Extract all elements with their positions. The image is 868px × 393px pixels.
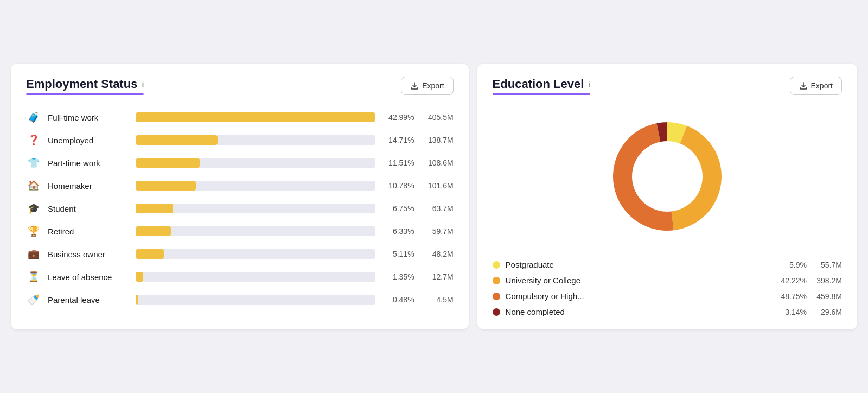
stat-val-8: 4.5M xyxy=(421,295,454,304)
status-label-7: Leave of absence xyxy=(48,272,129,282)
status-label-5: Retired xyxy=(48,227,129,236)
bar-container-2 xyxy=(136,158,375,168)
employment-title-group: Employment Status i xyxy=(26,77,144,95)
status-row: 💼 Business owner 5.11% 48.2M xyxy=(26,243,454,265)
bar-container-4 xyxy=(136,204,375,213)
bar-fill-6 xyxy=(136,249,164,259)
legend-item-2: Compulsory or High... 48.75% 459.8M xyxy=(493,291,842,301)
stat-val-4: 63.7M xyxy=(421,204,454,213)
employment-underline xyxy=(26,93,144,95)
education-level-card: Education Level i Export Postgraduate 5.… xyxy=(477,64,857,329)
status-label-0: Full-time work xyxy=(48,113,129,122)
status-icon-4: 🎓 xyxy=(26,202,41,214)
status-label-1: Unemployed xyxy=(48,136,129,145)
legend-dot-0 xyxy=(493,261,500,269)
stat-val-7: 12.7M xyxy=(421,272,454,281)
legend-pct-3: 3.14% xyxy=(777,308,807,316)
legend-item-0: Postgraduate 5.9% 55.7M xyxy=(493,260,842,269)
status-row: 🍼 Parental leave 0.48% 4.5M xyxy=(26,288,454,311)
dashboard: Employment Status i Export 🧳 Full-time w… xyxy=(11,64,857,329)
status-label-8: Parental leave xyxy=(48,295,129,305)
status-row: 🧳 Full-time work 42.99% 405.5M xyxy=(26,106,454,129)
legend-dot-2 xyxy=(493,293,500,300)
education-legend: Postgraduate 5.9% 55.7M University or Co… xyxy=(493,260,842,316)
export-icon-edu xyxy=(799,81,808,90)
legend-val-2: 459.8M xyxy=(812,292,842,301)
legend-val-3: 29.6M xyxy=(812,308,842,316)
legend-val-0: 55.7M xyxy=(812,261,842,269)
status-row: 🏠 Homemaker 10.78% 101.6M xyxy=(26,174,454,197)
stat-val-1: 138.7M xyxy=(421,136,454,144)
status-label-3: Homemaker xyxy=(48,181,129,191)
bar-fill-0 xyxy=(136,112,375,122)
stat-pct-5: 6.33% xyxy=(382,227,414,236)
bar-container-5 xyxy=(136,226,375,236)
status-label-6: Business owner xyxy=(48,250,129,259)
education-export-button[interactable]: Export xyxy=(790,77,842,95)
bar-fill-7 xyxy=(136,272,143,282)
status-icon-0: 🧳 xyxy=(26,111,41,123)
stat-val-0: 405.5M xyxy=(421,113,454,122)
employment-info-icon[interactable]: i xyxy=(142,80,144,88)
education-header: Education Level i Export xyxy=(493,77,842,95)
legend-dot-1 xyxy=(493,277,500,284)
donut-chart-container xyxy=(493,106,842,247)
bar-fill-3 xyxy=(136,181,196,191)
status-row: 👕 Part-time work 11.51% 108.6M xyxy=(26,151,454,174)
status-icon-6: 💼 xyxy=(26,248,41,260)
status-label-4: Student xyxy=(48,204,129,213)
bar-container-3 xyxy=(136,181,375,191)
bar-fill-1 xyxy=(136,135,218,145)
legend-item-1: University or College 42.22% 398.2M xyxy=(493,276,842,285)
legend-pct-1: 42.22% xyxy=(777,276,807,285)
education-info-icon[interactable]: i xyxy=(588,80,590,88)
legend-label-2: Compulsory or High... xyxy=(506,291,771,301)
stat-pct-0: 42.99% xyxy=(382,113,414,122)
education-title: Education Level i xyxy=(493,77,591,91)
bar-fill-5 xyxy=(136,226,171,236)
legend-label-3: None completed xyxy=(506,307,771,316)
employment-status-list: 🧳 Full-time work 42.99% 405.5M ❓ Unemplo… xyxy=(26,106,454,311)
stat-pct-7: 1.35% xyxy=(382,272,414,281)
employment-export-button[interactable]: Export xyxy=(401,77,453,95)
employment-title-text: Employment Status xyxy=(26,77,137,91)
employment-status-card: Employment Status i Export 🧳 Full-time w… xyxy=(11,64,469,329)
status-row: 🏆 Retired 6.33% 59.7M xyxy=(26,220,454,243)
stat-pct-2: 11.51% xyxy=(382,159,414,167)
status-icon-2: 👕 xyxy=(26,157,41,169)
export-icon xyxy=(410,81,419,90)
status-row: ⏳ Leave of absence 1.35% 12.7M xyxy=(26,265,454,288)
legend-val-1: 398.2M xyxy=(812,276,842,285)
stat-pct-4: 6.75% xyxy=(382,204,414,213)
legend-dot-3 xyxy=(493,308,500,316)
stat-val-5: 59.7M xyxy=(421,227,454,236)
stat-val-6: 48.2M xyxy=(421,250,454,258)
legend-label-1: University or College xyxy=(506,276,771,285)
stat-pct-8: 0.48% xyxy=(382,295,414,304)
legend-item-3: None completed 3.14% 29.6M xyxy=(493,307,842,316)
bar-fill-4 xyxy=(136,204,173,213)
bar-container-6 xyxy=(136,249,375,259)
bar-container-8 xyxy=(136,295,375,305)
status-icon-8: 🍼 xyxy=(26,294,41,306)
stat-pct-3: 10.78% xyxy=(382,181,414,190)
bar-container-0 xyxy=(136,112,375,122)
bar-fill-2 xyxy=(136,158,200,168)
bar-fill-8 xyxy=(136,295,138,305)
status-label-2: Part-time work xyxy=(48,159,129,168)
status-icon-1: ❓ xyxy=(26,134,41,146)
legend-label-0: Postgraduate xyxy=(506,260,771,269)
stat-val-3: 101.6M xyxy=(421,181,454,190)
stat-pct-6: 5.11% xyxy=(382,250,414,258)
legend-pct-2: 48.75% xyxy=(777,292,807,301)
bar-container-7 xyxy=(136,272,375,282)
donut-chart xyxy=(597,106,738,247)
status-icon-3: 🏠 xyxy=(26,180,41,192)
education-title-text: Education Level xyxy=(493,77,584,91)
status-icon-5: 🏆 xyxy=(26,225,41,237)
status-row: 🎓 Student 6.75% 63.7M xyxy=(26,197,454,220)
education-title-group: Education Level i xyxy=(493,77,591,95)
status-row: ❓ Unemployed 14.71% 138.7M xyxy=(26,129,454,151)
status-icon-7: ⏳ xyxy=(26,271,41,283)
stat-pct-1: 14.71% xyxy=(382,136,414,144)
